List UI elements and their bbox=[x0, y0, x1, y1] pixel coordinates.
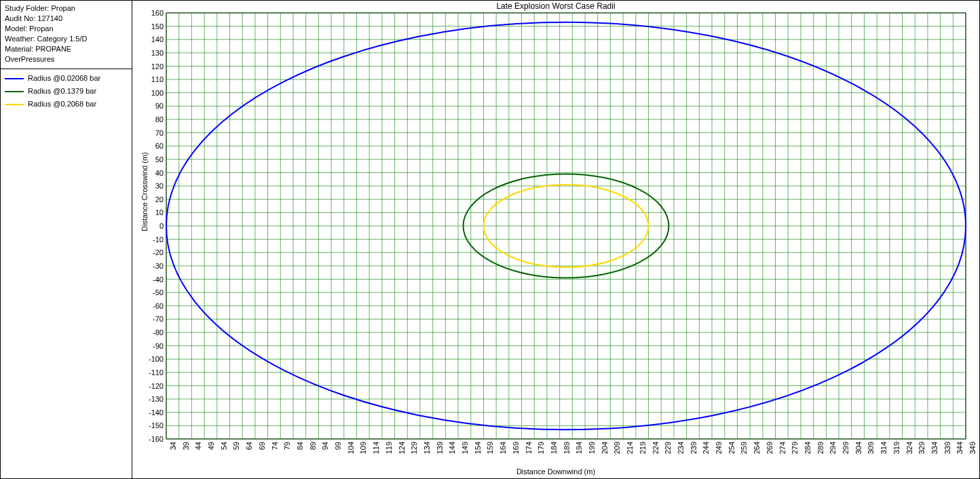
y-tick-label: 70 bbox=[134, 130, 164, 137]
legend-item: Radius @0.1379 bar bbox=[5, 86, 128, 96]
x-tick-label: 69 bbox=[259, 442, 266, 462]
y-tick-label: -70 bbox=[134, 315, 164, 323]
x-tick-label: 54 bbox=[221, 442, 228, 462]
x-tick-label: 44 bbox=[195, 442, 202, 462]
meta-model: Model: Propan bbox=[5, 24, 128, 34]
y-tick-label: 0 bbox=[134, 223, 164, 230]
y-tick-label: 140 bbox=[134, 36, 164, 43]
x-tick-label: 294 bbox=[829, 442, 837, 462]
y-tick-label: -30 bbox=[134, 263, 164, 270]
y-tick-label: 150 bbox=[134, 23, 164, 31]
x-tick-label: 109 bbox=[360, 442, 367, 462]
x-tick-label: 94 bbox=[322, 442, 329, 462]
x-tick-label: 144 bbox=[449, 442, 456, 462]
x-tick-label: 224 bbox=[652, 442, 660, 462]
y-axis-label: Distance Crosswind (m) bbox=[140, 152, 149, 231]
y-tick-label: 60 bbox=[134, 142, 164, 150]
x-tick-label: 174 bbox=[525, 442, 533, 462]
x-tick-label: 289 bbox=[817, 442, 825, 462]
y-tick-label: 130 bbox=[134, 50, 164, 57]
x-tick-label: 59 bbox=[233, 442, 240, 462]
legend-item: Radius @0.02068 bar bbox=[5, 73, 128, 83]
y-tick-label: -100 bbox=[134, 356, 164, 363]
x-tick-label: 324 bbox=[906, 442, 913, 462]
y-tick-label: 100 bbox=[134, 90, 164, 97]
x-tick-label: 49 bbox=[208, 442, 215, 462]
x-tick-label: 349 bbox=[969, 442, 977, 462]
x-tick-label: 159 bbox=[487, 442, 494, 462]
x-tick-label: 39 bbox=[183, 442, 190, 462]
x-tick-label: 219 bbox=[639, 442, 647, 462]
x-tick-label: 299 bbox=[842, 442, 850, 462]
sidebar: Study Folder: Propan Audit No: 127140 Mo… bbox=[0, 0, 132, 479]
y-tick-label: 20 bbox=[134, 196, 164, 204]
x-tick-label: 134 bbox=[423, 442, 431, 462]
legend-swatch-icon bbox=[5, 78, 24, 79]
x-tick-label: 104 bbox=[347, 442, 355, 462]
legend-label: Radius @0.02068 bar bbox=[28, 73, 100, 83]
legend-label: Radius @0.2068 bar bbox=[28, 99, 96, 109]
x-tick-label: 259 bbox=[740, 442, 748, 462]
legend-swatch-icon bbox=[5, 104, 24, 105]
x-tick-label: 269 bbox=[766, 442, 774, 462]
x-tick-label: 229 bbox=[664, 442, 672, 462]
x-tick-label: 194 bbox=[576, 442, 583, 462]
x-tick-label: 264 bbox=[753, 442, 761, 462]
x-tick-label: 114 bbox=[373, 442, 380, 462]
x-tick-label: 334 bbox=[931, 442, 939, 462]
meta-audit-no: Audit No: 127140 bbox=[5, 14, 128, 24]
meta-material: Material: PROPANE bbox=[5, 44, 128, 54]
x-tick-label: 184 bbox=[550, 442, 558, 462]
y-tick-label: -140 bbox=[134, 409, 164, 417]
chart-title: Late Explosion Worst Case Radii bbox=[132, 1, 979, 11]
y-tick-label: 50 bbox=[134, 156, 164, 164]
y-tick-label: 30 bbox=[134, 183, 164, 190]
x-tick-label: 34 bbox=[170, 442, 177, 462]
x-tick-label: 84 bbox=[297, 442, 304, 462]
legend-swatch-icon bbox=[5, 91, 24, 92]
y-tick-label: 160 bbox=[134, 9, 164, 17]
x-tick-label: 154 bbox=[474, 442, 482, 462]
chart-area: Late Explosion Worst Case Radii Distance… bbox=[132, 0, 980, 479]
chart-svg bbox=[166, 13, 966, 439]
y-tick-label: 90 bbox=[134, 102, 164, 110]
x-tick-label: 344 bbox=[956, 442, 964, 462]
y-tick-label: -130 bbox=[134, 396, 164, 403]
x-tick-label: 214 bbox=[626, 442, 634, 462]
meta-study-folder: Study Folder: Propan bbox=[5, 3, 128, 14]
y-tick-label: -150 bbox=[134, 422, 164, 429]
y-tick-label: 120 bbox=[134, 63, 164, 71]
study-meta: Study Folder: Propan Audit No: 127140 Mo… bbox=[1, 1, 132, 69]
x-tick-label: 239 bbox=[690, 442, 698, 462]
y-tick-label: 40 bbox=[134, 170, 164, 177]
app-root: Study Folder: Propan Audit No: 127140 Mo… bbox=[0, 0, 980, 479]
x-tick-label: 329 bbox=[918, 442, 926, 462]
y-tick-label: -50 bbox=[134, 289, 164, 296]
x-tick-label: 249 bbox=[715, 442, 723, 462]
y-tick-label: -120 bbox=[134, 383, 164, 390]
x-tick-label: 279 bbox=[791, 442, 799, 462]
y-tick-label: -80 bbox=[134, 329, 164, 337]
x-tick-label: 209 bbox=[614, 442, 621, 462]
x-tick-label: 129 bbox=[411, 442, 418, 462]
x-tick-label: 314 bbox=[880, 442, 888, 462]
x-tick-label: 199 bbox=[588, 442, 596, 462]
x-tick-label: 89 bbox=[309, 442, 317, 462]
x-tick-label: 244 bbox=[702, 442, 710, 462]
y-tick-label: -60 bbox=[134, 303, 164, 310]
legend-item: Radius @0.2068 bar bbox=[5, 99, 128, 109]
x-tick-label: 189 bbox=[563, 442, 571, 462]
y-tick-label: -160 bbox=[134, 436, 164, 443]
y-tick-label: -110 bbox=[134, 369, 164, 377]
y-tick-label: 110 bbox=[134, 76, 164, 83]
x-axis-label: Distance Downwind (m) bbox=[132, 467, 979, 476]
legend: Radius @0.02068 bar Radius @0.1379 bar R… bbox=[1, 69, 132, 116]
x-tick-label: 204 bbox=[601, 442, 609, 462]
x-tick-label: 169 bbox=[512, 442, 520, 462]
y-tick-label: 80 bbox=[134, 116, 164, 123]
x-tick-label: 304 bbox=[855, 442, 863, 462]
legend-label: Radius @0.1379 bar bbox=[28, 86, 96, 96]
x-tick-label: 319 bbox=[893, 442, 901, 462]
y-tick-label: -20 bbox=[134, 249, 164, 256]
x-tick-label: 309 bbox=[867, 442, 875, 462]
